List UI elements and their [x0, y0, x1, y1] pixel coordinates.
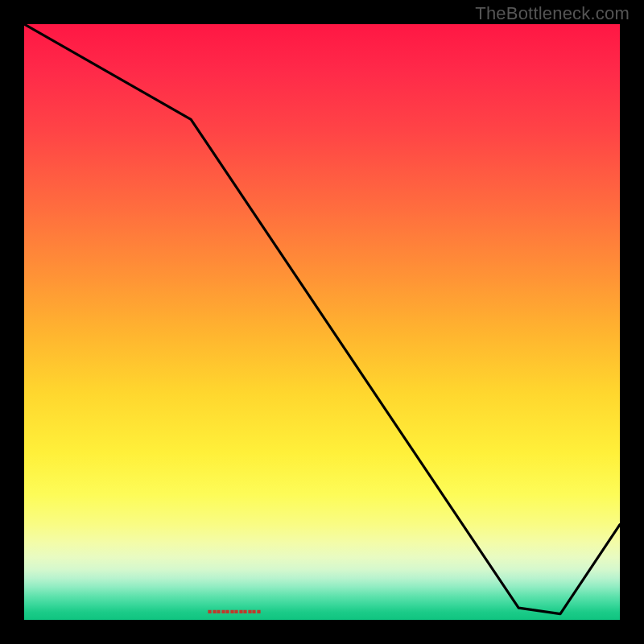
- chart-line-layer: [24, 24, 620, 620]
- chart-frame: TheBottleneck.com ∎∎∎∎∎∎∎∎∎∎∎∎: [0, 0, 644, 644]
- plot-area: ∎∎∎∎∎∎∎∎∎∎∎∎: [24, 24, 620, 620]
- watermark-text: TheBottleneck.com: [475, 3, 630, 24]
- data-line: [24, 24, 620, 614]
